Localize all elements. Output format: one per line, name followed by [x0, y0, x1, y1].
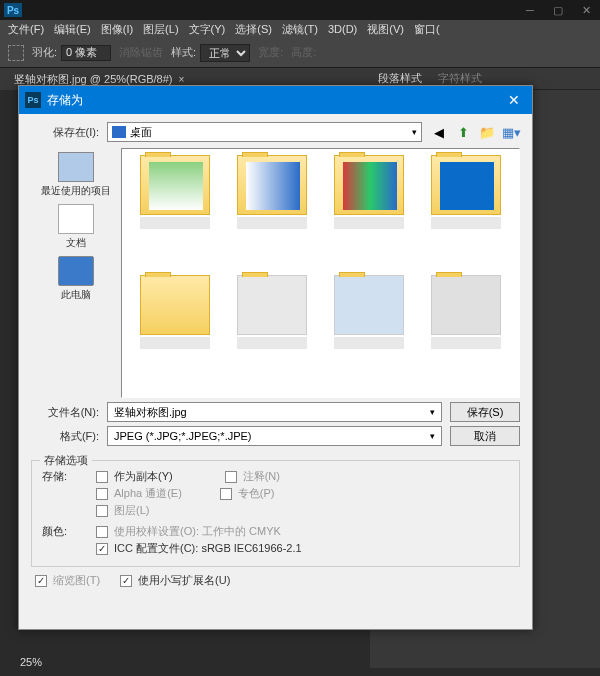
- copy-label: 作为副本(Y): [114, 469, 173, 484]
- dialog-title-bar: Ps 存储为 ✕: [19, 86, 532, 114]
- alpha-checkbox[interactable]: [96, 488, 108, 500]
- menu-layer[interactable]: 图层(L): [139, 20, 182, 39]
- cancel-button[interactable]: 取消: [450, 426, 520, 446]
- dialog-title: 存储为: [47, 92, 83, 109]
- alpha-label: Alpha 通道(E): [114, 486, 182, 501]
- maximize-icon[interactable]: ▢: [548, 3, 568, 18]
- folder-item[interactable]: [225, 155, 318, 271]
- chevron-down-icon: ▾: [430, 407, 435, 417]
- folder-item[interactable]: [323, 155, 416, 271]
- filename-label: 文件名(N):: [31, 405, 99, 420]
- minimize-icon[interactable]: ─: [520, 3, 540, 18]
- storage-label: 存储:: [42, 469, 90, 484]
- sidebar-docs-label: 文档: [66, 236, 86, 250]
- icc-label: ICC 配置文件(C): sRGB IEC61966-2.1: [114, 541, 302, 556]
- close-icon[interactable]: ✕: [576, 3, 596, 18]
- proof-label: 使用校样设置(O): 工作中的 CMYK: [114, 524, 281, 539]
- filename-value: 竖轴对称图.jpg: [114, 405, 187, 420]
- style-label: 样式:: [171, 45, 196, 60]
- menu-edit[interactable]: 编辑(E): [50, 20, 95, 39]
- save-in-select[interactable]: 桌面 ▾: [107, 122, 422, 142]
- lowercase-checkbox[interactable]: [120, 575, 132, 587]
- pc-icon: [58, 256, 94, 286]
- color-label: 颜色:: [42, 524, 90, 539]
- new-folder-icon[interactable]: 📁: [478, 123, 496, 141]
- menu-view[interactable]: 视图(V): [363, 20, 408, 39]
- menu-select[interactable]: 选择(S): [231, 20, 276, 39]
- sidebar-recent-label: 最近使用的项目: [41, 184, 111, 198]
- menu-bar: 文件(F) 编辑(E) 图像(I) 图层(L) 文字(Y) 选择(S) 滤镜(T…: [0, 20, 600, 38]
- format-select[interactable]: JPEG (*.JPG;*.JPEG;*.JPE) ▾: [107, 426, 442, 446]
- filename-input[interactable]: 竖轴对称图.jpg ▾: [107, 402, 442, 422]
- layers-checkbox[interactable]: [96, 505, 108, 517]
- menu-image[interactable]: 图像(I): [97, 20, 137, 39]
- desktop-icon: [112, 126, 126, 138]
- file-item[interactable]: [323, 275, 416, 391]
- tab-close-icon[interactable]: ×: [179, 74, 185, 85]
- feather-label: 羽化:: [32, 45, 57, 60]
- ps-logo: Ps: [4, 3, 22, 17]
- layers-label: 图层(L): [114, 503, 149, 518]
- format-value: JPEG (*.JPG;*.JPEG;*.JPE): [114, 430, 252, 442]
- spot-checkbox[interactable]: [220, 488, 232, 500]
- thumb-label: 缩览图(T): [53, 573, 100, 588]
- back-icon[interactable]: ◀: [430, 123, 448, 141]
- notes-checkbox[interactable]: [225, 471, 237, 483]
- view-menu-icon[interactable]: ▦▾: [502, 123, 520, 141]
- app-title-bar: Ps ─ ▢ ✕: [0, 0, 600, 20]
- folder-item[interactable]: [128, 275, 221, 391]
- recent-icon: [58, 152, 94, 182]
- folder-item[interactable]: [420, 155, 513, 271]
- chevron-down-icon: ▾: [412, 127, 417, 137]
- dialog-close-icon[interactable]: ✕: [502, 92, 526, 108]
- width-label: 宽度:: [258, 45, 283, 60]
- file-item[interactable]: [420, 275, 513, 391]
- menu-type[interactable]: 文字(Y): [185, 20, 230, 39]
- menu-file[interactable]: 文件(F): [4, 20, 48, 39]
- antialias-option: 消除锯齿: [119, 45, 163, 60]
- notes-label: 注释(N): [243, 469, 280, 484]
- zoom-indicator[interactable]: 25%: [20, 656, 42, 668]
- proof-checkbox[interactable]: [96, 526, 108, 538]
- save-as-dialog: Ps 存储为 ✕ 保存在(I): 桌面 ▾ ◀ ⬆ 📁 ▦▾: [18, 85, 533, 630]
- menu-window[interactable]: 窗口(: [410, 20, 444, 39]
- menu-filter[interactable]: 滤镜(T): [278, 20, 322, 39]
- chevron-down-icon: ▾: [430, 431, 435, 441]
- feather-input[interactable]: [61, 45, 111, 61]
- save-in-value: 桌面: [130, 125, 152, 140]
- save-button[interactable]: 保存(S): [450, 402, 520, 422]
- style-select[interactable]: 正常: [200, 44, 250, 62]
- dialog-ps-icon: Ps: [25, 92, 41, 108]
- sidebar-pc-label: 此电脑: [61, 288, 91, 302]
- file-item[interactable]: [225, 275, 318, 391]
- folder-item[interactable]: [128, 155, 221, 271]
- sidebar-documents[interactable]: 文档: [58, 204, 94, 250]
- thumb-checkbox[interactable]: [35, 575, 47, 587]
- places-sidebar: 最近使用的项目 文档 此电脑: [31, 148, 121, 398]
- save-in-label: 保存在(I):: [31, 125, 99, 140]
- storage-options-section: 存储选项 存储: 作为副本(Y) 注释(N) Alpha 通道(E) 专色(P): [31, 460, 520, 567]
- format-label: 格式(F):: [31, 429, 99, 444]
- options-bar: 羽化: 消除锯齿 样式: 正常 宽度: 高度:: [0, 38, 600, 68]
- menu-3d[interactable]: 3D(D): [324, 21, 361, 37]
- storage-section-title: 存储选项: [40, 453, 92, 468]
- lowercase-label: 使用小写扩展名(U): [138, 573, 230, 588]
- file-browser[interactable]: [121, 148, 520, 398]
- sidebar-thispc[interactable]: 此电脑: [58, 256, 94, 302]
- icc-checkbox[interactable]: [96, 543, 108, 555]
- up-icon[interactable]: ⬆: [454, 123, 472, 141]
- sidebar-recent[interactable]: 最近使用的项目: [41, 152, 111, 198]
- spot-label: 专色(P): [238, 486, 275, 501]
- documents-icon: [58, 204, 94, 234]
- marquee-tool-icon[interactable]: [8, 45, 24, 61]
- copy-checkbox[interactable]: [96, 471, 108, 483]
- height-label: 高度:: [291, 45, 316, 60]
